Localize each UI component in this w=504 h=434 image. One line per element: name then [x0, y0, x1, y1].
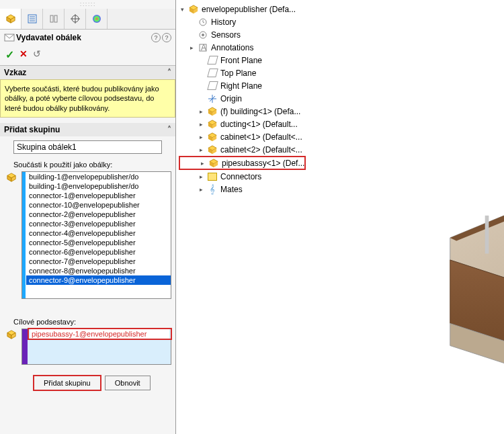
appearance-icon: [92, 14, 101, 24]
tree-item[interactable]: ▸AAnnotations: [179, 41, 306, 54]
svg-rect-8: [54, 15, 57, 22]
flyout-feature-tree: ▾ envelopepublisher (Defa... HistorySens…: [179, 3, 306, 196]
envelope-icon: [4, 32, 16, 43]
ok-button[interactable]: ✓: [5, 48, 14, 61]
annot-icon: A: [198, 42, 208, 53]
origin-icon: [207, 93, 218, 104]
tree-item[interactable]: ▸𝄞Mates: [179, 183, 306, 196]
graphics-area: ▾ envelopepublisher (Defa... HistorySens…: [176, 0, 504, 434]
panel-title: Vydavatel obálek: [16, 33, 151, 42]
chevron-right-icon[interactable]: ▸: [198, 134, 204, 140]
selection-bar: [22, 172, 26, 298]
mates-icon: 𝄞: [207, 184, 218, 195]
tree-item[interactable]: Right Plane: [179, 79, 306, 92]
tree-item[interactable]: ▸Connectors: [179, 170, 306, 183]
sens-icon: [198, 30, 208, 40]
folder-icon: [207, 171, 218, 182]
tree-item[interactable]: ▸cabinet<1> (Default<...: [179, 130, 306, 143]
tab-config-manager[interactable]: [43, 9, 65, 29]
assembly-icon: [7, 330, 16, 339]
chevron-up-icon: ˄: [167, 68, 171, 77]
component-item[interactable]: connector-9@envelopepublisher: [26, 275, 171, 285]
svg-text:A: A: [201, 43, 206, 52]
chevron-right-icon[interactable]: ▸: [198, 186, 204, 193]
chevron-right-icon[interactable]: ▸: [198, 146, 204, 153]
component-item[interactable]: building-1@envelopepublisher/do: [26, 181, 171, 191]
hist-icon: [198, 17, 208, 28]
help-prev-icon[interactable]: ?: [151, 33, 161, 42]
section-vzkaz-header[interactable]: Vzkaz ˄: [0, 66, 175, 79]
target-item[interactable]: pipesubassy-1@envelopepublisher: [30, 329, 169, 339]
chevron-right-icon[interactable]: ▸: [198, 173, 204, 180]
chevron-right-icon[interactable]: ▸: [199, 160, 206, 167]
component-item[interactable]: building-1@envelopepublisher/do: [26, 172, 171, 181]
component-item[interactable]: connector-10@envelopepublisher: [26, 200, 171, 210]
undo-button[interactable]: ↺: [33, 48, 41, 61]
plane-icon: [207, 68, 218, 79]
plane-icon: [207, 55, 218, 66]
component-item[interactable]: connector-2@envelopepublisher: [26, 210, 171, 219]
tree-item[interactable]: ▸pipesubassy<1> (Def...: [179, 156, 306, 170]
component-item[interactable]: connector-3@envelopepublisher: [26, 219, 171, 228]
component-item[interactable]: connector-6@envelopepublisher: [26, 247, 171, 257]
group-name-input[interactable]: [13, 140, 162, 154]
tree-item[interactable]: History: [179, 15, 306, 28]
tree-item[interactable]: ▸cabinet<2> (Default<...: [179, 143, 306, 156]
add-group-button[interactable]: Přidat skupinu: [34, 376, 101, 390]
section-pridat-header[interactable]: Přidat skupinu ˄: [0, 123, 175, 136]
grip-handle[interactable]: ∷∷∷: [0, 0, 175, 9]
component-item[interactable]: connector-1@envelopepublisher: [26, 191, 171, 200]
asm-icon: [207, 119, 218, 130]
svg-rect-54: [485, 216, 489, 254]
model-view[interactable]: [411, 168, 504, 396]
assembly-icon: [7, 173, 16, 182]
tree-item[interactable]: ▸ducting<1> (Default...: [179, 118, 306, 130]
tree-item[interactable]: Top Plane: [179, 67, 306, 79]
feature-header: Vydavatel obálek ? ?: [0, 30, 175, 46]
list-icon: [28, 14, 37, 24]
component-item[interactable]: connector-5@envelopepublisher: [26, 238, 171, 247]
component-item[interactable]: connector-4@envelopepublisher: [26, 228, 171, 238]
assembly-icon: [6, 14, 15, 24]
components-label: Součásti k použití jako obálky:: [0, 159, 175, 170]
tree-item[interactable]: Sensors: [179, 28, 306, 41]
tab-property-manager[interactable]: [22, 9, 43, 29]
target-label: Cílové podsestavy:: [0, 316, 175, 327]
tab-dimxpert[interactable]: [65, 9, 86, 29]
message-box: Vyberte součásti, které budou publikován…: [0, 79, 175, 118]
svg-point-12: [93, 15, 101, 23]
asm-icon: [207, 132, 218, 142]
selection-bar: [22, 329, 28, 364]
svg-point-25: [202, 34, 204, 36]
components-listbox[interactable]: building-1@envelopepublisher/dobuilding-…: [22, 171, 171, 299]
tab-feature-manager[interactable]: [0, 9, 22, 29]
tree-item[interactable]: ▸(f) building<1> (Defa...: [179, 105, 306, 118]
config-icon: [49, 14, 58, 24]
chevron-right-icon[interactable]: ▸: [198, 108, 204, 115]
plane-icon: [207, 81, 218, 91]
tree-item[interactable]: Front Plane: [179, 54, 306, 67]
chevron-down-icon[interactable]: ▾: [179, 6, 185, 13]
tree-item[interactable]: Origin: [179, 92, 306, 105]
assembly-icon: [189, 5, 198, 14]
tree-root[interactable]: ▾ envelopepublisher (Defa...: [179, 3, 306, 15]
chevron-right-icon[interactable]: ▸: [188, 44, 195, 51]
target-listbox[interactable]: pipesubassy-1@envelopepublisher: [22, 329, 171, 365]
asm-icon: [208, 158, 219, 169]
component-item[interactable]: connector-8@envelopepublisher: [26, 266, 171, 275]
help-icon[interactable]: ?: [162, 33, 171, 42]
component-item[interactable]: connector-7@envelopepublisher: [26, 257, 171, 266]
action-bar: ✓ ✕ ↺: [0, 46, 175, 66]
chevron-up-icon: ˄: [167, 125, 171, 134]
svg-rect-7: [50, 15, 53, 22]
property-manager-panel: ∷∷∷ Vydavatel obálek ? ? ✓ ✕ ↺ Vzkaz ˄ V…: [0, 0, 176, 434]
help-buttons: ? ?: [151, 33, 171, 42]
panel-tabs: [0, 9, 175, 30]
tab-display-manager[interactable]: [86, 9, 108, 29]
cancel-button[interactable]: ✕: [19, 48, 28, 61]
refresh-button[interactable]: Obnovit: [105, 376, 151, 390]
asm-icon: [207, 106, 218, 117]
asm-icon: [207, 144, 218, 155]
chevron-right-icon[interactable]: ▸: [198, 121, 204, 128]
target-icon: [71, 14, 80, 24]
